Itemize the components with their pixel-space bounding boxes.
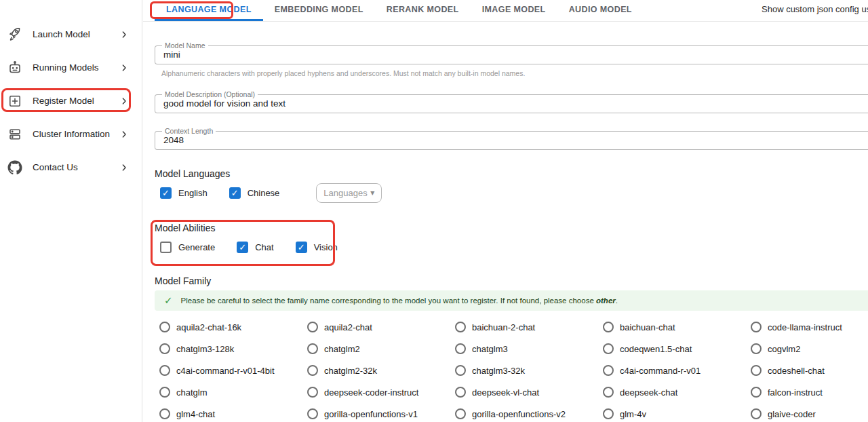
model-family-option[interactable]: chatglm3	[455, 338, 603, 360]
sidebar-item-register-model[interactable]: Register Model	[0, 84, 142, 117]
radio-icon[interactable]	[159, 322, 170, 332]
show-custom-json-config-link[interactable]: Show custom json config used b	[762, 4, 868, 14]
ability-checkbox-option[interactable]: ✓ Chat	[237, 242, 273, 253]
sidebar-item-label: Cluster Information	[33, 129, 110, 139]
model-family-option[interactable]: deepseek-vl-chat	[455, 381, 603, 403]
radio-icon[interactable]	[455, 322, 466, 332]
model-family-option[interactable]: aquila2-chat	[307, 316, 455, 338]
radio-icon[interactable]	[159, 408, 170, 419]
checkbox-icon[interactable]: ✓	[160, 187, 172, 199]
checkbox-icon[interactable]: ✓	[160, 242, 172, 253]
model-family-option[interactable]: c4ai-command-r-v01	[603, 360, 751, 381]
checkbox-label: Chat	[255, 242, 273, 252]
model-family-option[interactable]: aquila2-chat-16k	[159, 316, 307, 338]
model-type-tab[interactable]: LANGUAGE MODEL	[155, 0, 263, 21]
chevron-right-icon	[119, 62, 130, 73]
sidebar-item-cluster-information[interactable]: Cluster Information	[0, 117, 142, 151]
languages-select[interactable]: Languages ▾	[316, 183, 382, 203]
model-family-option[interactable]: cogvlm2	[751, 338, 868, 360]
model-type-tab[interactable]: RERANK MODEL	[375, 0, 471, 21]
model-family-option[interactable]: code-llama-instruct	[751, 316, 868, 338]
radio-icon[interactable]	[455, 343, 466, 354]
radio-icon[interactable]	[751, 387, 762, 398]
radio-label: chatglm3-32k	[472, 366, 525, 376]
model-family-option[interactable]: c4ai-command-r-v01-4bit	[159, 360, 307, 381]
radio-icon[interactable]	[603, 365, 614, 376]
radio-icon[interactable]	[159, 365, 170, 376]
checkbox-label: Vision	[314, 242, 338, 252]
radio-icon[interactable]	[307, 387, 318, 398]
model-family-option[interactable]: gorilla-openfunctions-v2	[455, 403, 603, 422]
radio-icon[interactable]	[455, 365, 466, 376]
radio-icon[interactable]	[307, 322, 318, 332]
radio-icon[interactable]	[751, 408, 762, 419]
radio-icon[interactable]	[455, 387, 466, 398]
alert-emphasis: other	[596, 296, 616, 305]
radio-icon[interactable]	[455, 408, 466, 419]
radio-label: aquila2-chat-16k	[176, 322, 241, 332]
model-family-option[interactable]: chatglm2-32k	[307, 360, 455, 381]
model-type-tab[interactable]: AUDIO MODEL	[557, 0, 644, 21]
radio-icon[interactable]	[751, 343, 762, 354]
model-family-option[interactable]: chatglm	[159, 381, 307, 403]
radio-icon[interactable]	[751, 365, 762, 376]
ability-checkbox-option[interactable]: ✓ Vision	[296, 242, 338, 253]
model-type-tab[interactable]: EMBEDDING MODEL	[263, 0, 375, 21]
sidebar-item-launch-model[interactable]: Launch Model	[0, 18, 142, 51]
ability-checkbox-option[interactable]: ✓ Generate	[160, 242, 215, 253]
radio-label: code-llama-instruct	[768, 322, 842, 332]
checkbox-icon[interactable]: ✓	[229, 187, 241, 199]
model-name-helper-text: Alphanumeric characters with properly pl…	[161, 69, 868, 77]
model-type-tab[interactable]: IMAGE MODEL	[471, 0, 557, 21]
checkbox-icon[interactable]: ✓	[237, 242, 248, 253]
model-family-option[interactable]: chatglm3-128k	[159, 338, 307, 360]
radio-label: glm4-chat	[176, 409, 215, 419]
radio-icon[interactable]	[307, 408, 318, 419]
model-family-option[interactable]: gorilla-openfunctions-v1	[307, 403, 455, 422]
language-checkbox-option[interactable]: ✓ English	[160, 187, 208, 199]
radio-label: c4ai-command-r-v01	[620, 366, 701, 376]
languages-select-placeholder: Languages	[323, 188, 367, 198]
language-checkbox-option[interactable]: ✓ Chinese	[229, 187, 280, 199]
model-type-tabbar: LANGUAGE MODEL EMBEDDING MODEL RERANK MO…	[143, 0, 868, 22]
model-family-option[interactable]: deepseek-chat	[603, 381, 751, 403]
model-family-option[interactable]: falcon-instruct	[751, 381, 868, 403]
model-family-option[interactable]: glaive-coder	[751, 403, 868, 422]
model-family-option[interactable]: codeqwen1.5-chat	[603, 338, 751, 360]
model-family-option[interactable]: glm4-chat	[159, 403, 307, 422]
sidebar-item-running-models[interactable]: Running Models	[0, 51, 142, 84]
radio-icon[interactable]	[307, 365, 318, 376]
radio-label: deepseek-chat	[620, 387, 677, 398]
sidebar-item-contact-us[interactable]: Contact Us	[0, 151, 142, 184]
model-family-option[interactable]: codeshell-chat	[751, 360, 868, 381]
radio-label: c4ai-command-r-v01-4bit	[176, 366, 275, 376]
checkbox-label: Chinese	[248, 188, 280, 198]
model-description-field[interactable]: Model Description (Optional) good model …	[155, 94, 868, 113]
radio-label: codeshell-chat	[768, 366, 825, 376]
radio-icon[interactable]	[603, 387, 614, 398]
radio-label: chatglm3-128k	[176, 344, 234, 354]
model-name-field[interactable]: Model Name mini	[155, 45, 868, 64]
radio-icon[interactable]	[603, 408, 614, 419]
model-family-option[interactable]: baichuan-2-chat	[455, 316, 603, 338]
radio-label: deepseek-vl-chat	[472, 387, 539, 398]
context-length-field[interactable]: Context Length 2048	[155, 131, 868, 150]
model-family-option[interactable]: chatglm3-32k	[455, 360, 603, 381]
model-name-label: Model Name	[162, 41, 208, 50]
model-family-option[interactable]: deepseek-coder-instruct	[307, 381, 455, 403]
checkbox-icon[interactable]: ✓	[296, 242, 307, 253]
alert-text: Please be careful to select the family n…	[181, 296, 618, 305]
model-family-option[interactable]: baichuan-chat	[603, 316, 751, 338]
radio-icon[interactable]	[603, 343, 614, 354]
radio-icon[interactable]	[159, 343, 170, 354]
model-family-option[interactable]: chatglm2	[307, 338, 455, 360]
sidebar-item-label: Running Models	[33, 62, 99, 73]
radio-icon[interactable]	[159, 387, 170, 398]
radio-label: chatglm2-32k	[324, 366, 377, 376]
radio-label: gorilla-openfunctions-v1	[324, 409, 418, 419]
radio-icon[interactable]	[751, 322, 762, 332]
radio-icon[interactable]	[603, 322, 614, 332]
model-family-option[interactable]: glm-4v	[603, 403, 751, 422]
radio-icon[interactable]	[307, 343, 318, 354]
context-length-label: Context Length	[162, 127, 216, 136]
